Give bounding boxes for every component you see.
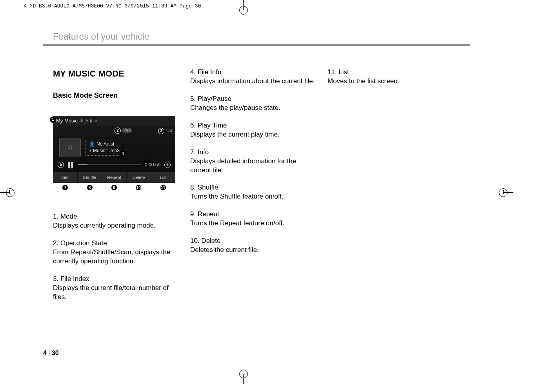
item-description: From Repeat/Shuffle/Scan, displays the c… xyxy=(53,248,178,266)
description-item: 11. ListMoves to the list screen. xyxy=(327,68,453,86)
file-info-box: 👤 No Artist ♪ Music 1.mp3 4 xyxy=(85,139,123,155)
state-pill: ⟲⇄ xyxy=(122,128,132,133)
column-1: MY MUSIC MODE Basic Mode Screen 1 My Mus… xyxy=(53,68,178,310)
item-number: 10. xyxy=(190,237,201,244)
item-name: Play Time xyxy=(198,122,227,129)
mode-label: My Music xyxy=(56,117,78,124)
btn-info: Info xyxy=(53,172,78,183)
callout-8: 8 xyxy=(87,184,93,191)
item-name: Mode xyxy=(60,213,77,220)
callout-2: 2 xyxy=(115,128,121,134)
description-item: 9. RepeatTurns the Repeat feature on/off… xyxy=(190,210,316,228)
callout-row-bottom: 7 8 9 10 11 xyxy=(53,184,175,191)
pause-icon: ▌▌ xyxy=(68,161,74,169)
callout-4: 4 xyxy=(120,151,126,157)
btn-delete: Delete xyxy=(127,172,151,183)
status-icons: ✱ ◔ ▮ ◅ xyxy=(80,118,97,124)
column-3: 11. ListMoves to the list screen. xyxy=(327,68,453,310)
signal-icon: ◅ xyxy=(94,118,97,124)
item-name: Shuffle xyxy=(198,184,218,191)
description-item: 3. File IndexDisplays the current file/t… xyxy=(53,275,178,302)
item-name: File Info xyxy=(198,68,221,76)
item-description: Displays the current file/total number o… xyxy=(53,284,178,302)
title-sub: Basic Mode Screen xyxy=(53,91,178,100)
item-number: 3. xyxy=(53,275,60,283)
album-art-icon: ♫ xyxy=(59,138,81,157)
item-description: Displays detailed information for the cu… xyxy=(190,157,316,175)
description-item: 1. ModeDisplays currently operating mode… xyxy=(53,212,178,230)
screen-topbar: My Music ✱ ◔ ▮ ◅ xyxy=(53,116,175,126)
item-number: 1. xyxy=(53,213,60,220)
artist-text: No Artist xyxy=(96,141,114,147)
index-text: 1/4 xyxy=(166,128,172,133)
item-name: Info xyxy=(198,148,209,156)
item-name: File Index xyxy=(60,275,89,283)
callout-5: 5 xyxy=(58,162,64,168)
item-description: Moves to the list screen. xyxy=(327,77,453,86)
item-description: Turns the Repeat feature on/off. xyxy=(190,219,316,228)
callout-1: 1 xyxy=(50,117,56,123)
item-number: 6. xyxy=(190,122,198,129)
btn-repeat: Repeat xyxy=(102,172,127,183)
file-index: 3 1/4 xyxy=(158,128,172,134)
item-number: 5. xyxy=(190,95,198,102)
chapter-number: 4 xyxy=(43,350,49,356)
callout-7: 7 xyxy=(62,184,68,191)
item-name: Delete xyxy=(201,237,220,244)
item-number: 8. xyxy=(190,184,198,191)
operation-state: 2 ⟲⇄ xyxy=(115,128,132,134)
item-number: 2. xyxy=(53,239,60,247)
device-screenshot: 1 My Music ✱ ◔ ▮ ◅ 2 ⟲⇄ xyxy=(53,116,175,191)
callout-11: 11 xyxy=(160,184,166,191)
crop-mark-top xyxy=(233,0,253,20)
item-name: List xyxy=(338,68,349,76)
item-description: Deletes the current file. xyxy=(190,246,316,255)
item-name: Operation State xyxy=(60,239,107,247)
item-description: Turns the Shuffle feature on/off. xyxy=(190,192,316,201)
crop-header-text: K_YD_B3.0_AUDIO_A7MS7H3E00_V7:NC 3/9/201… xyxy=(24,3,201,9)
description-item: 7. InfoDisplays detailed information for… xyxy=(190,148,316,175)
play-time: 0:00:50 xyxy=(145,162,160,168)
filename-text: Music 1.mp3 xyxy=(93,148,120,154)
note-icon: ♪ xyxy=(89,148,91,154)
bluetooth-icon: ✱ xyxy=(80,118,83,124)
btn-shuffle: Shuffle xyxy=(78,172,102,183)
page-number-text: 30 xyxy=(52,350,59,356)
item-number: 11. xyxy=(327,68,338,76)
title-main: MY MUSIC MODE xyxy=(53,68,178,80)
btn-list: List xyxy=(151,172,175,183)
progress-bar xyxy=(78,164,141,165)
person-icon: 👤 xyxy=(89,141,95,147)
column-2: 4. File InfoDisplays information about t… xyxy=(190,68,316,310)
callout-6: 6 xyxy=(164,162,171,168)
item-description: Displays information about the current f… xyxy=(190,77,316,86)
item-description: Changes the play/pause state. xyxy=(190,104,316,113)
clock-icon: ◔ xyxy=(85,118,88,124)
screen-buttons: Info Shuffle Repeat Delete List xyxy=(53,172,175,183)
callout-10: 10 xyxy=(135,184,142,191)
description-item: 4. File InfoDisplays information about t… xyxy=(190,68,316,86)
section-rule xyxy=(43,44,470,46)
battery-icon: ▮ xyxy=(90,118,92,124)
item-name: Repeat xyxy=(198,210,219,218)
item-name: Play/Pause xyxy=(198,95,231,102)
crop-mark-bottom xyxy=(233,365,253,384)
callout-9: 9 xyxy=(111,184,117,191)
item-number: 4. xyxy=(190,68,198,76)
item-description: Displays currently operating mode. xyxy=(53,221,178,230)
description-item: 2. Operation StateFrom Repeat/Shuffle/Sc… xyxy=(53,239,178,266)
item-number: 9. xyxy=(190,210,198,218)
description-item: 8. ShuffleTurns the Shuffle feature on/o… xyxy=(190,183,316,201)
item-number: 7. xyxy=(190,148,198,156)
callout-3: 3 xyxy=(158,128,164,134)
page-number: 430 xyxy=(43,350,59,357)
description-item: 10. DeleteDeletes the current file. xyxy=(190,237,316,255)
section-header: Features of your vehicle xyxy=(53,31,470,44)
item-description: Displays the current play time. xyxy=(190,130,316,139)
crop-mark-left xyxy=(0,182,20,202)
crop-mark-right xyxy=(494,182,513,202)
description-item: 6. Play TimeDisplays the current play ti… xyxy=(190,121,316,139)
description-item: 5. Play/PauseChanges the play/pause stat… xyxy=(190,95,316,113)
